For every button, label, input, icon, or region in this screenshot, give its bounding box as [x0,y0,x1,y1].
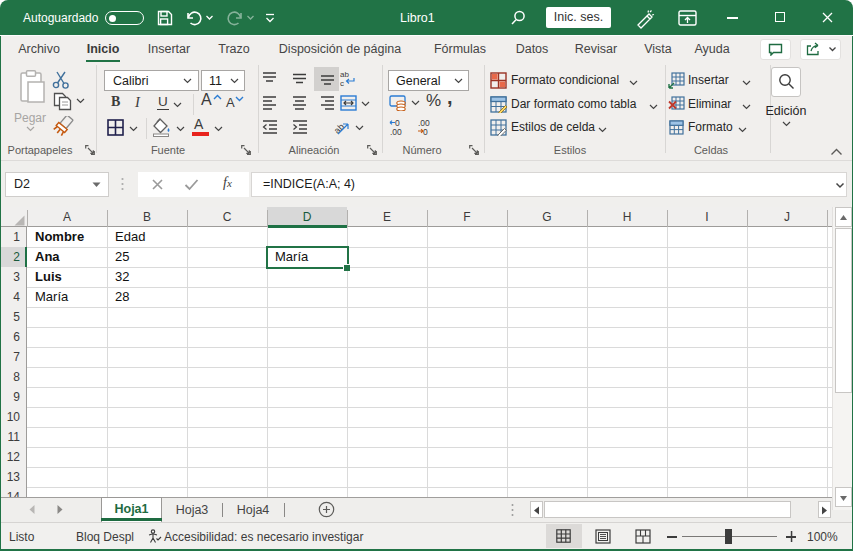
svg-text:.00: .00 [390,127,402,136]
svg-text:ab: ab [340,70,349,79]
svg-text:0: 0 [423,127,428,136]
svg-text:c: c [340,79,344,87]
